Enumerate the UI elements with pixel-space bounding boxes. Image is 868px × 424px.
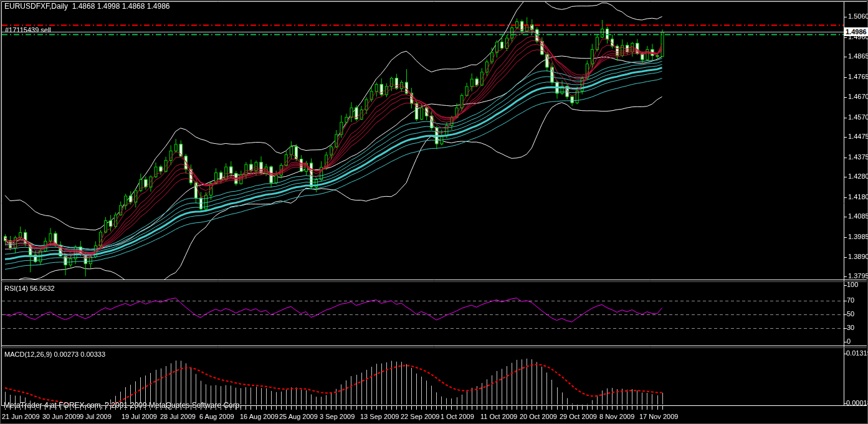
- date-label: 19 Jul 2009: [122, 413, 157, 420]
- price-tick-label: 1.4180: [848, 193, 868, 200]
- date-label: 20 Oct 2009: [520, 413, 557, 420]
- price-tick-label: 1.4375: [848, 153, 868, 161]
- order-line-label[interactable]: #17115439 sell: [5, 26, 51, 34]
- price-tick-label: 1.4765: [848, 73, 868, 80]
- price-tick-label: 1.4280: [848, 172, 868, 180]
- price-tick-label: 1.4960: [848, 33, 868, 40]
- price-tick-label: 1.5060: [848, 12, 868, 20]
- date-label: 28 Jul 2009: [160, 413, 196, 420]
- price-tick-label: 1.4475: [848, 133, 868, 140]
- macd-indicator-label: MACD(12,26,9) 0.00273 0.00333: [4, 351, 105, 359]
- price-tick-label: 1.4570: [848, 113, 868, 121]
- price-tick-label: 1.3795: [848, 272, 868, 280]
- date-label: 29 Oct 2009: [560, 413, 597, 420]
- rsi-level-label: 70: [847, 296, 854, 304]
- date-label: 8 Nov 2009: [599, 413, 634, 420]
- copyright-text: MetaTrader 4 at FOREX.com, ? 2001-2009 M…: [4, 402, 242, 410]
- rsi-level-label: 50: [847, 310, 854, 318]
- price-tick-label: 1.4865: [848, 52, 868, 60]
- rsi-level-label: 100: [847, 281, 858, 288]
- rsi-level-label: 30: [847, 324, 854, 331]
- rsi-indicator-label: RSI(14) 56.5632: [4, 285, 55, 293]
- date-label: 30 Jun 2009: [42, 413, 80, 420]
- price-tick-label: 1.3890: [848, 253, 868, 260]
- date-label: 6 Aug 2009: [199, 413, 234, 420]
- date-label: 22 Sep 2009: [401, 413, 439, 420]
- date-label: 16 Aug 2009: [240, 413, 279, 420]
- date-label: 25 Aug 2009: [279, 413, 318, 420]
- date-label: 13 Sep 2009: [360, 413, 399, 420]
- date-label: 9 Jul 2009: [80, 413, 112, 420]
- date-label: 1 Oct 2009: [441, 413, 474, 420]
- chart-canvas[interactable]: [0, 0, 868, 424]
- price-tick-label: 1.4670: [848, 93, 868, 100]
- date-label: 17 Nov 2009: [639, 413, 678, 420]
- chart-title: EURUSDFXF,Daily 1.4868 1.4998 1.4868 1.4…: [4, 2, 170, 11]
- macd-scale-label: 0.00018: [846, 399, 868, 407]
- price-tick-label: 1.3985: [848, 233, 868, 240]
- date-label: 21 Jun 2009: [2, 413, 40, 420]
- rsi-level-label: 0: [847, 337, 851, 345]
- date-label: 3 Sep 2009: [320, 413, 355, 420]
- date-label: 11 Oct 2009: [480, 413, 517, 420]
- macd-scale-label: 0.01319: [846, 349, 868, 357]
- metatrader-chart-window: EURUSDFXF,Daily 1.4868 1.4998 1.4868 1.4…: [0, 0, 868, 424]
- price-tick-label: 1.4085: [848, 212, 868, 220]
